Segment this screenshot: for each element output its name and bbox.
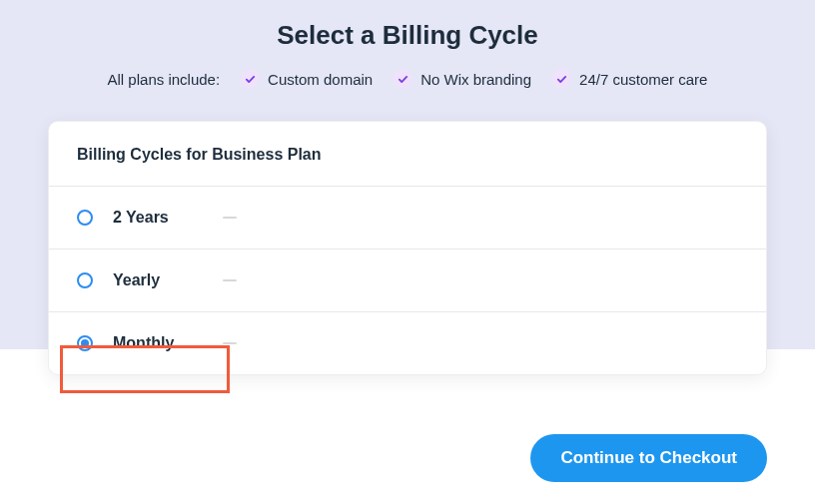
feature-label: No Wix branding	[420, 71, 531, 88]
features-row: All plans include: Custom domain No Wix …	[0, 69, 815, 89]
feature-label: Custom domain	[268, 71, 373, 88]
option-label: Yearly	[113, 271, 185, 289]
dash-icon	[223, 217, 237, 219]
check-icon	[393, 69, 412, 89]
check-icon	[240, 69, 260, 89]
billing-option-yearly[interactable]: Yearly	[49, 250, 766, 312]
billing-card: Billing Cycles for Business Plan 2 Years…	[48, 121, 767, 375]
check-icon	[551, 69, 571, 89]
dash-icon	[223, 342, 237, 344]
feature-customer-care: 24/7 customer care	[551, 69, 707, 89]
feature-label: 24/7 customer care	[579, 71, 707, 88]
billing-option-2years[interactable]: 2 Years	[49, 187, 766, 250]
option-label: Monthly	[113, 334, 185, 352]
page-title: Select a Billing Cycle	[0, 20, 815, 51]
feature-no-branding: No Wix branding	[393, 69, 531, 89]
features-intro: All plans include:	[108, 71, 221, 88]
feature-custom-domain: Custom domain	[240, 69, 373, 89]
continue-checkout-button[interactable]: Continue to Checkout	[530, 434, 767, 482]
radio-icon	[77, 272, 93, 288]
option-label: 2 Years	[113, 209, 185, 227]
dash-icon	[223, 279, 237, 281]
radio-icon	[77, 335, 93, 351]
card-header: Billing Cycles for Business Plan	[49, 122, 766, 187]
radio-icon	[77, 210, 93, 226]
billing-option-monthly[interactable]: Monthly	[49, 312, 766, 374]
